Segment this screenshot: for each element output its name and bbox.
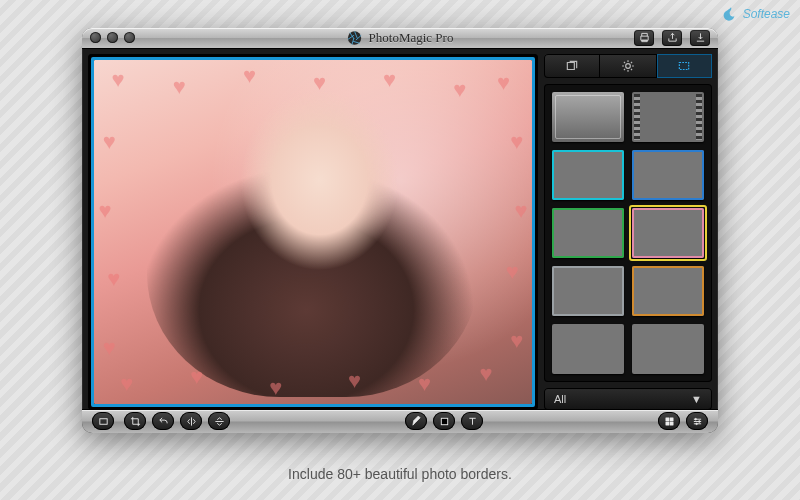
app-title: PhotoMagic Pro — [347, 30, 454, 46]
frame-plain-2[interactable] — [632, 324, 704, 374]
frame-film[interactable] — [632, 92, 704, 142]
settings-button[interactable] — [686, 412, 708, 430]
fit-icon — [98, 416, 109, 427]
zoom-button[interactable] — [124, 32, 135, 43]
brightness-icon — [621, 59, 635, 73]
flame-icon — [723, 6, 739, 22]
chevron-down-icon: ▼ — [691, 393, 702, 405]
download-icon — [695, 32, 706, 43]
svg-rect-5 — [665, 418, 668, 421]
svg-rect-6 — [669, 418, 672, 421]
sliders-icon — [692, 416, 703, 427]
close-button[interactable] — [90, 32, 101, 43]
crop-button[interactable] — [124, 412, 146, 430]
flip-h-button[interactable] — [180, 412, 202, 430]
svg-rect-2 — [680, 62, 689, 69]
flip-v-button[interactable] — [208, 412, 230, 430]
frame-gray[interactable] — [552, 266, 624, 316]
grid-button[interactable] — [658, 412, 680, 430]
app-title-text: PhotoMagic Pro — [369, 30, 454, 46]
share-icon — [667, 32, 678, 43]
filter-value: All — [554, 393, 566, 405]
print-icon — [639, 32, 650, 43]
undo-icon — [158, 416, 169, 427]
tab-frames[interactable] — [657, 54, 712, 78]
share-button[interactable] — [662, 30, 682, 46]
minimize-button[interactable] — [107, 32, 118, 43]
canvas[interactable]: ♥♥ ♥♥ ♥♥ ♥ ♥♥ ♥♥ ♥♥ ♥♥ ♥♥ ♥♥ ♥♥ — [88, 54, 538, 410]
frames-grid — [544, 84, 712, 382]
flip-v-icon — [214, 416, 225, 427]
frame-plain-1[interactable] — [552, 324, 624, 374]
svg-point-1 — [626, 64, 631, 69]
tab-layers[interactable] — [544, 54, 600, 78]
canvas-frame — [91, 57, 535, 407]
fill-button[interactable] — [433, 412, 455, 430]
svg-rect-8 — [669, 422, 672, 425]
frame-icon — [677, 59, 691, 73]
layers-icon — [565, 59, 579, 73]
crop-icon — [130, 416, 141, 427]
filter-dropdown[interactable]: All ▼ — [544, 388, 712, 410]
tab-adjust[interactable] — [600, 54, 656, 78]
aperture-icon — [347, 30, 363, 46]
brand-watermark: Softease — [723, 6, 790, 22]
grid-icon — [664, 416, 675, 427]
window-controls — [90, 32, 135, 43]
svg-point-10 — [698, 421, 700, 423]
svg-rect-3 — [99, 419, 106, 425]
bottom-toolbar — [82, 410, 718, 433]
brush-icon — [411, 416, 422, 427]
frame-green[interactable] — [552, 208, 624, 258]
frame-fade[interactable] — [552, 92, 624, 142]
undo-button[interactable] — [152, 412, 174, 430]
frame-blue[interactable] — [632, 150, 704, 200]
brush-button[interactable] — [405, 412, 427, 430]
svg-point-11 — [695, 423, 697, 425]
content-area: ♥♥ ♥♥ ♥♥ ♥ ♥♥ ♥♥ ♥♥ ♥♥ ♥♥ ♥♥ ♥♥ — [82, 48, 718, 410]
text-icon — [467, 416, 478, 427]
svg-point-9 — [694, 418, 696, 420]
app-window: PhotoMagic Pro ♥♥ ♥♥ ♥♥ ♥ ♥♥ ♥♥ ♥♥ ♥♥ — [82, 28, 718, 433]
svg-rect-4 — [441, 418, 447, 424]
fit-screen-button[interactable] — [92, 412, 114, 430]
frame-cyan[interactable] — [552, 150, 624, 200]
frame-orange[interactable] — [632, 266, 704, 316]
text-button[interactable] — [461, 412, 483, 430]
frame-pink[interactable] — [632, 208, 704, 258]
panel-tabs — [544, 54, 712, 78]
side-panel: All ▼ — [544, 54, 712, 410]
svg-rect-7 — [665, 422, 668, 425]
watermark-text: Softease — [743, 7, 790, 21]
flip-h-icon — [186, 416, 197, 427]
titlebar: PhotoMagic Pro — [82, 28, 718, 48]
download-button[interactable] — [690, 30, 710, 46]
caption: Include 80+ beautiful photo borders. — [0, 466, 800, 482]
fill-icon — [439, 416, 450, 427]
print-button[interactable] — [634, 30, 654, 46]
